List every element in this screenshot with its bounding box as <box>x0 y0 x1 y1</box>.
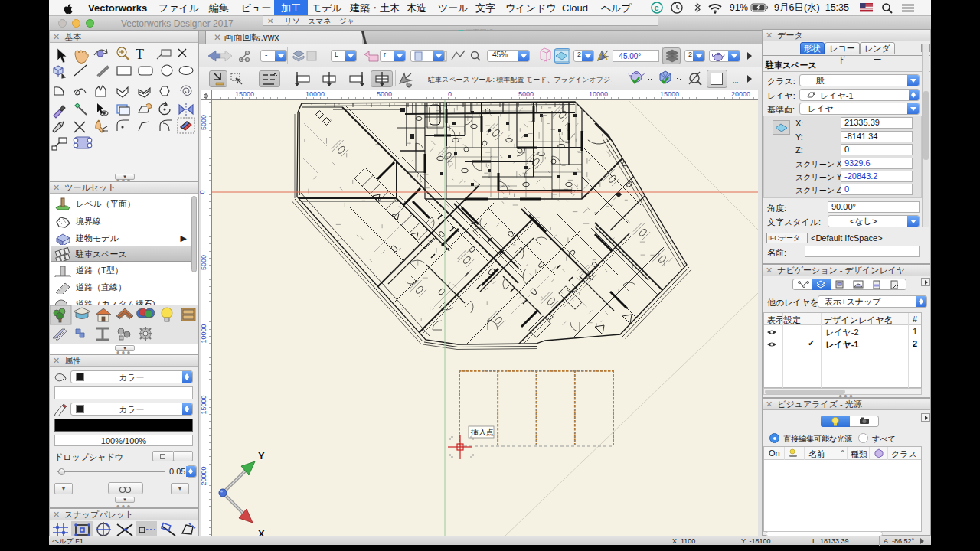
svg-text:Y: Y <box>258 450 265 461</box>
svg-text:e: e <box>655 3 659 12</box>
svg-text:挿入点: 挿入点 <box>470 428 494 436</box>
svg-text:X: X <box>258 528 265 536</box>
svg-text:T: T <box>136 47 144 62</box>
